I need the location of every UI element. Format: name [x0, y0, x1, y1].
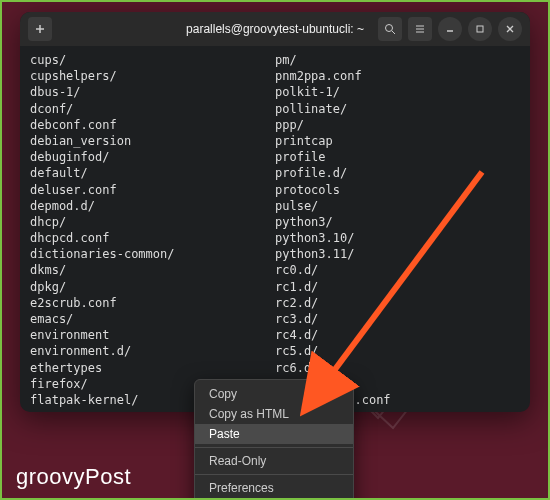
ls-entry: dkms/	[30, 262, 275, 278]
ls-entry: pnm2ppa.conf	[275, 68, 520, 84]
hamburger-menu-button[interactable]	[408, 17, 432, 41]
ls-entry: default/	[30, 165, 275, 181]
svg-rect-1	[477, 26, 483, 32]
ls-entry: pm/	[275, 52, 520, 68]
ls-entry: python3/	[275, 214, 520, 230]
ls-entry: python3.10/	[275, 230, 520, 246]
search-button[interactable]	[378, 17, 402, 41]
ls-entry: dpkg/	[30, 279, 275, 295]
ls-entry: rc2.d/	[275, 295, 520, 311]
ls-output: cups/cupshelpers/dbus-1/dconf/debconf.co…	[30, 52, 520, 408]
ls-entry: profile.d/	[275, 165, 520, 181]
ls-entry: environment	[30, 327, 275, 343]
ls-entry: rc6.d/	[275, 360, 520, 376]
maximize-button[interactable]	[468, 17, 492, 41]
ls-entry: rc4.d/	[275, 327, 520, 343]
ls-entry: rc5.d/	[275, 343, 520, 359]
close-button[interactable]	[498, 17, 522, 41]
ls-entry: debconf.conf	[30, 117, 275, 133]
ls-entry: cups/	[30, 52, 275, 68]
ls-entry: debuginfod/	[30, 149, 275, 165]
ls-entry: rc1.d/	[275, 279, 520, 295]
ls-entry: printcap	[275, 133, 520, 149]
menu-separator	[195, 447, 353, 448]
ls-entry: rc3.d/	[275, 311, 520, 327]
menu-copy[interactable]: Copy	[195, 384, 353, 404]
ls-entry: debian_version	[30, 133, 275, 149]
minimize-button[interactable]	[438, 17, 462, 41]
ls-entry: dhcpcd.conf	[30, 230, 275, 246]
ls-entry: ppp/	[275, 117, 520, 133]
menu-copy-html[interactable]: Copy as HTML	[195, 404, 353, 424]
window-title: parallels@groovytest-ubuntucli: ~	[186, 22, 364, 36]
menu-read-only[interactable]: Read-Only	[195, 451, 353, 471]
menu-preferences[interactable]: Preferences	[195, 478, 353, 498]
context-menu: Copy Copy as HTML Paste Read-Only Prefer…	[194, 379, 354, 500]
ls-entry: polkit-1/	[275, 84, 520, 100]
ls-entry: depmod.d/	[30, 198, 275, 214]
ls-entry: pollinate/	[275, 101, 520, 117]
watermark: groovyPost	[16, 464, 131, 490]
ls-entry: dhcp/	[30, 214, 275, 230]
ls-entry: cupshelpers/	[30, 68, 275, 84]
svg-point-0	[386, 25, 393, 32]
terminal-content[interactable]: cups/cupshelpers/dbus-1/dconf/debconf.co…	[20, 46, 530, 412]
titlebar: parallels@groovytest-ubuntucli: ~	[20, 12, 530, 46]
ls-entry: rc0.d/	[275, 262, 520, 278]
ls-entry: environment.d/	[30, 343, 275, 359]
new-tab-button[interactable]	[28, 17, 52, 41]
ls-entry: deluser.conf	[30, 182, 275, 198]
ls-entry: python3.11/	[275, 246, 520, 262]
menu-paste[interactable]: Paste	[195, 424, 353, 444]
ls-entry: ethertypes	[30, 360, 275, 376]
ls-entry: profile	[275, 149, 520, 165]
ls-entry: dconf/	[30, 101, 275, 117]
ls-entry: e2scrub.conf	[30, 295, 275, 311]
terminal-window: parallels@groovytest-ubuntucli: ~ cups/c…	[20, 12, 530, 412]
ls-entry: dictionaries-common/	[30, 246, 275, 262]
menu-separator	[195, 474, 353, 475]
ls-entry: emacs/	[30, 311, 275, 327]
ls-entry: pulse/	[275, 198, 520, 214]
ls-entry: dbus-1/	[30, 84, 275, 100]
ls-entry: protocols	[275, 182, 520, 198]
